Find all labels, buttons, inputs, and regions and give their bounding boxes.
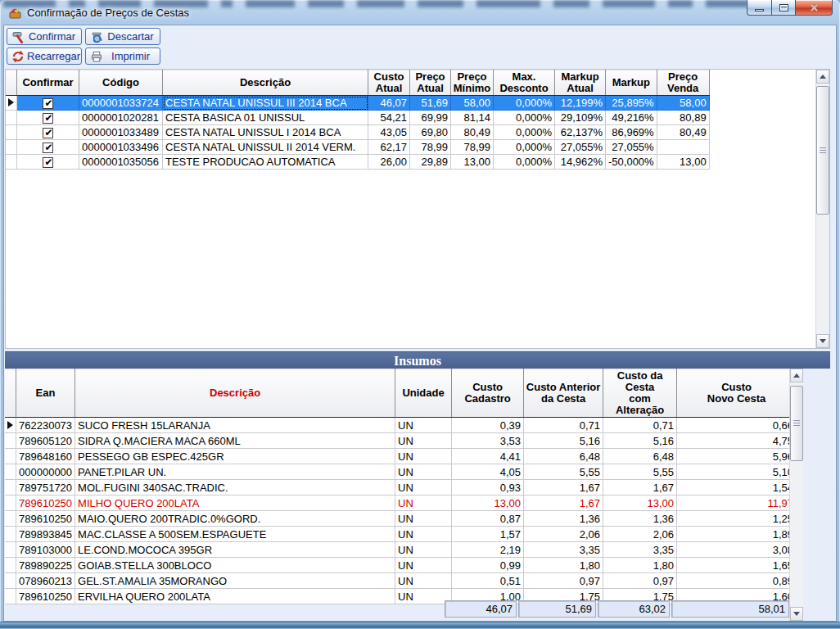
- cell-unidade[interactable]: UN: [395, 542, 452, 558]
- insumo-row[interactable]: 789751720MOL.FUGINI 340SAC.TRADIC.UN0,93…: [5, 480, 797, 496]
- cell-unidade[interactable]: UN: [395, 418, 452, 433]
- cell-custo-alteracao[interactable]: 1,67: [603, 480, 677, 496]
- baskets-vertical-scrollbar[interactable]: [815, 70, 829, 348]
- cell-codigo[interactable]: 0000001035056: [79, 155, 163, 170]
- column-header-custo-atual[interactable]: Custo Atual: [368, 70, 410, 96]
- cell-custo-cadastro[interactable]: 13,00: [452, 496, 524, 511]
- column-header-descri-o[interactable]: Descrição: [75, 369, 395, 418]
- cell-ean[interactable]: 789648160: [16, 449, 75, 464]
- cell-descricao[interactable]: ERVILHA QUERO 200LATA: [75, 589, 395, 604]
- cell-unidade[interactable]: UN: [395, 496, 452, 511]
- cell-custo-novo[interactable]: 11,97: [677, 496, 797, 511]
- cell-custo-anterior[interactable]: 1,67: [524, 480, 603, 496]
- cell-custo-alteracao[interactable]: 3,35: [603, 542, 677, 558]
- cell-custo-cadastro[interactable]: 3,53: [452, 433, 524, 449]
- cell-descricao[interactable]: PESSEGO GB ESPEC.425GR: [75, 449, 395, 464]
- cell-custo-anterior[interactable]: 5,16: [524, 433, 603, 449]
- cell-max-desconto[interactable]: 0,000%: [494, 111, 555, 125]
- cell-descricao[interactable]: MILHO QUERO 200LATA: [75, 496, 395, 511]
- cell-preco-venda[interactable]: [657, 140, 709, 155]
- cell-custo-atual[interactable]: 26,00: [368, 155, 410, 170]
- cell-descricao[interactable]: CESTA NATAL UNISSUL III 2014 BCA: [163, 96, 368, 111]
- cell-preco-minimo[interactable]: 81,14: [451, 111, 494, 125]
- cell-custo-novo[interactable]: 1,89: [677, 527, 797, 542]
- cell-custo-alteracao[interactable]: 13,00: [603, 496, 677, 511]
- print-button[interactable]: Imprimir: [85, 48, 160, 65]
- cell-unidade[interactable]: UN: [395, 433, 452, 449]
- cell-custo-atual[interactable]: 46,07: [368, 96, 410, 111]
- basket-row[interactable]: ✔0000001033496CESTA NATAL UNISSUL II 201…: [6, 140, 709, 155]
- cell-codigo[interactable]: 0000001020281: [79, 111, 163, 125]
- column-header-max-desconto[interactable]: Max. Desconto: [494, 70, 555, 96]
- cell-custo-cadastro[interactable]: 4,41: [452, 449, 524, 464]
- cell-custo-anterior[interactable]: 3,35: [524, 542, 603, 558]
- basket-row[interactable]: ✔0000001035056TESTE PRODUCAO AUTOMATICA2…: [6, 155, 709, 170]
- cell-custo-novo[interactable]: 5,10: [677, 464, 797, 480]
- cell-unidade[interactable]: UN: [395, 558, 452, 573]
- cell-markup[interactable]: 25,895%: [606, 96, 657, 111]
- cell-descricao[interactable]: GEL.ST.AMALIA 35MORANGO: [75, 573, 395, 589]
- cell-custo-cadastro[interactable]: 0,39: [452, 418, 524, 433]
- column-header-custo-anterior-da-cesta[interactable]: Custo Anterior da Cesta: [524, 369, 603, 418]
- column-header-custo-cadastro[interactable]: Custo Cadastro: [452, 369, 524, 418]
- cell-unidade[interactable]: UN: [395, 573, 452, 589]
- cell-unidade[interactable]: UN: [395, 449, 452, 464]
- title-bar[interactable]: Confirmação de Preços de Cestas: [0, 0, 840, 25]
- insumo-row[interactable]: 000000000PANET.PILAR UN.UN4,055,555,555,…: [5, 464, 797, 480]
- column-header-pre-o-m-nimo[interactable]: Preço Mínimo: [451, 70, 494, 96]
- cell-descricao[interactable]: CESTA NATAL UNISSUL II 2014 VERM.: [163, 140, 368, 155]
- cell-confirm[interactable]: ✔: [17, 111, 79, 125]
- cell-preco-venda[interactable]: 80,49: [657, 125, 709, 140]
- scroll-up-button[interactable]: [816, 70, 829, 84]
- cell-ean[interactable]: 789890225: [16, 558, 75, 573]
- insumo-row[interactable]: 789103000LE.COND.MOCOCA 395GRUN2,193,353…: [5, 542, 797, 558]
- cell-descricao[interactable]: CESTA NATAL UNISSUL I 2014 BCA: [163, 125, 368, 140]
- column-header-confirmar[interactable]: Confirmar: [17, 70, 79, 96]
- cell-ean[interactable]: 000000000: [16, 464, 75, 480]
- confirm-checkbox[interactable]: ✔: [43, 113, 53, 124]
- cell-ean[interactable]: 789605120: [16, 433, 75, 449]
- cell-unidade[interactable]: UN: [395, 527, 452, 542]
- cell-custo-atual[interactable]: 43,05: [368, 125, 410, 140]
- cell-custo-anterior[interactable]: 2,06: [524, 527, 603, 542]
- cell-custo-anterior[interactable]: 1,36: [524, 511, 603, 527]
- cell-preco-atual[interactable]: 69,99: [410, 111, 451, 125]
- cell-custo-cadastro[interactable]: 1,57: [452, 527, 524, 542]
- insumo-row[interactable]: 762230073SUCO FRESH 15LARANJAUN0,390,710…: [5, 418, 797, 433]
- discard-button[interactable]: Descartar: [85, 28, 160, 45]
- cell-markup[interactable]: 49,216%: [606, 111, 657, 125]
- cell-custo-alteracao[interactable]: 0,71: [603, 418, 677, 433]
- cell-markup[interactable]: 86,969%: [606, 125, 657, 140]
- cell-custo-novo[interactable]: 1,54: [677, 480, 797, 496]
- cell-markup-atual[interactable]: 62,137%: [555, 125, 606, 140]
- cell-custo-anterior[interactable]: 1,67: [524, 496, 603, 511]
- cell-ean[interactable]: 078960213: [16, 573, 75, 589]
- column-header-ean[interactable]: Ean: [16, 369, 75, 418]
- cell-confirm[interactable]: ✔: [17, 140, 79, 155]
- cell-descricao[interactable]: SUCO FRESH 15LARANJA: [75, 418, 395, 433]
- insumo-row[interactable]: 789605120SIDRA Q.MACIERA MACA 660MLUN3,5…: [5, 433, 797, 449]
- cell-max-desconto[interactable]: 0,000%: [494, 125, 555, 140]
- cell-custo-anterior[interactable]: 6,48: [524, 449, 603, 464]
- cell-markup-atual[interactable]: 27,055%: [555, 140, 606, 155]
- cell-descricao[interactable]: PANET.PILAR UN.: [75, 464, 395, 480]
- cell-confirm[interactable]: ✔: [17, 125, 79, 140]
- insumo-row[interactable]: 789610250MILHO QUERO 200LATAUN13,001,671…: [5, 496, 797, 511]
- scroll-down-button[interactable]: [790, 607, 803, 621]
- cell-markup-atual[interactable]: 29,109%: [555, 111, 606, 125]
- cell-ean[interactable]: 762230073: [16, 418, 75, 433]
- minimize-button[interactable]: [747, 0, 771, 16]
- cell-unidade[interactable]: UN: [395, 464, 452, 480]
- insumo-row[interactable]: 078960213GEL.ST.AMALIA 35MORANGOUN0,510,…: [5, 573, 797, 589]
- cell-custo-cadastro[interactable]: 2,19: [452, 542, 524, 558]
- column-header-c-digo[interactable]: Código: [79, 70, 163, 96]
- cell-preco-atual[interactable]: 29,89: [410, 155, 451, 170]
- cell-ean[interactable]: 789893845: [16, 527, 75, 542]
- cell-descricao[interactable]: MOL.FUGINI 340SAC.TRADIC.: [75, 480, 395, 496]
- cell-custo-cadastro[interactable]: 0,93: [452, 480, 524, 496]
- column-header-markup-atual[interactable]: Markup Atual: [555, 70, 606, 96]
- cell-ean[interactable]: 789610250: [16, 496, 75, 511]
- cell-custo-novo[interactable]: 1,65: [677, 558, 797, 573]
- scroll-thumb[interactable]: [816, 86, 829, 215]
- cell-ean[interactable]: 789610250: [16, 589, 75, 604]
